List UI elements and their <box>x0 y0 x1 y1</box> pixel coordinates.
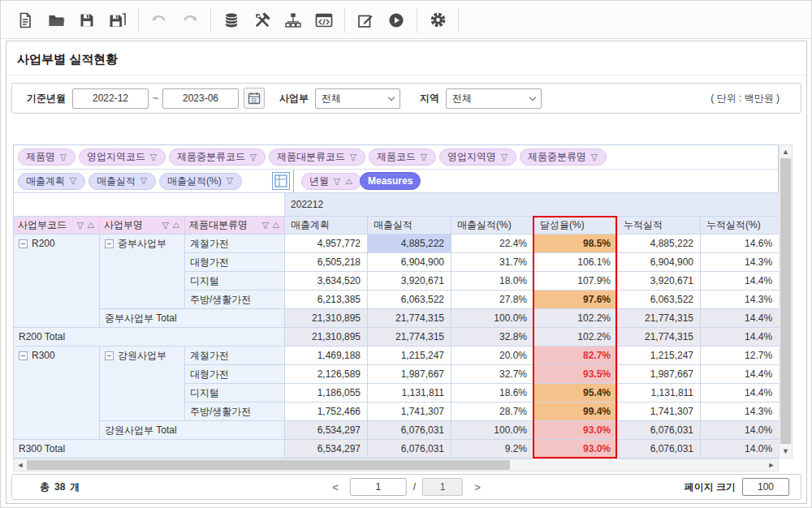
sort-icon[interactable] <box>87 222 95 229</box>
grid-cell[interactable]: 21,310,895 <box>285 328 368 347</box>
grid-cell[interactable]: 4,885,222 <box>368 235 451 253</box>
grid-cell[interactable]: 9.2% <box>451 440 534 458</box>
grid-cell[interactable]: 1,215,247 <box>618 347 701 365</box>
grid-cell[interactable]: 1,131,811 <box>368 384 451 403</box>
grid-cell[interactable]: 12.7% <box>701 347 780 365</box>
column-chip-yearmonth[interactable]: 년월 <box>301 173 361 190</box>
new-document-icon[interactable] <box>10 6 41 35</box>
grid-cell[interactable]: 14.4% <box>701 365 780 384</box>
period-header[interactable]: 202212 <box>285 193 780 217</box>
row-label-cell[interactable]: 디지털 <box>185 272 285 291</box>
row-label-cell[interactable]: 대형가전 <box>185 253 285 272</box>
grid-cell[interactable]: 3,920,671 <box>368 272 451 291</box>
grid-cell[interactable]: 6,904,900 <box>618 253 701 272</box>
row-label-cell[interactable]: R300 <box>14 347 100 440</box>
row-label-cell[interactable]: 대형가전 <box>185 365 285 384</box>
filter-funnel-icon[interactable] <box>590 153 598 161</box>
grid-cell[interactable]: 82.7% <box>534 347 618 365</box>
grid-cell[interactable]: 6,213,385 <box>285 291 368 309</box>
grid-cell[interactable]: 14.4% <box>701 384 780 403</box>
value-header[interactable]: 달성율(%) <box>534 217 618 235</box>
date-from-input[interactable] <box>72 88 149 109</box>
row-header[interactable]: 사업부명 <box>100 217 185 235</box>
grid-cell[interactable]: 28.7% <box>451 403 534 421</box>
grid-cell[interactable]: 21,774,315 <box>618 309 701 328</box>
filter-funnel-icon[interactable] <box>420 153 428 161</box>
grid-cell[interactable]: 3,920,671 <box>618 272 701 291</box>
save-all-icon[interactable] <box>102 6 133 35</box>
filter-funnel-icon[interactable] <box>261 222 270 230</box>
grid-cell[interactable]: 1,752,466 <box>285 403 368 421</box>
filter-funnel-icon[interactable] <box>349 153 357 161</box>
grid-cell[interactable]: 6,076,031 <box>368 440 451 458</box>
grid-cell[interactable]: 3,634,520 <box>285 272 368 291</box>
grid-cell[interactable]: 14.0% <box>701 421 780 440</box>
grid-cell[interactable]: 6,076,031 <box>368 421 451 440</box>
vertical-scrollbar[interactable]: ▲ ▼ <box>779 144 793 458</box>
collapse-icon[interactable] <box>19 351 28 360</box>
grid-cell[interactable]: 14.3% <box>701 253 780 272</box>
row-label-cell[interactable]: 중부사업부 <box>100 235 185 309</box>
total-label-cell[interactable]: R300 Total <box>14 440 285 458</box>
grid-cell[interactable]: 6,076,031 <box>618 440 701 458</box>
grid-cell[interactable]: 4,957,772 <box>285 235 368 253</box>
grid-cell[interactable]: 1,741,307 <box>618 403 701 421</box>
grid-cell[interactable]: 97.6% <box>534 291 618 309</box>
division-select[interactable]: 전체 <box>315 88 400 109</box>
grid-cell[interactable]: 107.9% <box>534 272 618 291</box>
grid-cell[interactable]: 93.0% <box>534 421 618 440</box>
database-icon[interactable] <box>216 6 247 35</box>
grid-cell[interactable]: 1,987,667 <box>618 365 701 384</box>
filter-funnel-icon[interactable] <box>59 153 67 161</box>
grid-cell[interactable]: 102.2% <box>534 309 618 328</box>
row-header[interactable]: 사업부코드 <box>14 217 100 235</box>
grid-cell[interactable]: 21,774,315 <box>618 328 701 347</box>
grid-cell[interactable]: 6,076,031 <box>618 421 701 440</box>
grid-cell[interactable]: 14.0% <box>701 440 780 458</box>
scroll-down-icon[interactable]: ▼ <box>780 446 792 457</box>
grid-cell[interactable]: 99.4% <box>534 403 618 421</box>
grid-cell[interactable]: 31.7% <box>451 253 534 272</box>
measure-chip[interactable]: 매출실적 <box>89 173 156 190</box>
measure-chip[interactable]: 매출실적(%) <box>159 173 242 190</box>
scroll-right-icon[interactable]: ► <box>766 459 777 471</box>
grid-cell[interactable]: 32.7% <box>451 365 534 384</box>
value-header[interactable]: 매출계획 <box>285 217 368 235</box>
dimension-chip[interactable]: 영업지역코드 <box>79 149 166 166</box>
value-header[interactable]: 매출실적(%) <box>451 217 534 235</box>
measure-chip[interactable]: 매출계획 <box>18 173 85 190</box>
grid-cell[interactable]: 6,904,900 <box>368 253 451 272</box>
grid-cell[interactable]: 14.6% <box>701 235 780 253</box>
code-editor-icon[interactable] <box>309 6 339 35</box>
grid-cell[interactable]: 98.5% <box>534 235 618 253</box>
collapse-icon[interactable] <box>105 351 114 360</box>
scroll-up-icon[interactable]: ▲ <box>780 146 792 157</box>
filter-funnel-icon[interactable] <box>149 153 158 161</box>
hierarchy-icon[interactable] <box>278 6 309 35</box>
scroll-left-icon[interactable]: ◄ <box>15 459 26 471</box>
grid-cell[interactable]: 1,131,811 <box>618 384 701 403</box>
total-label-cell[interactable]: R200 Total <box>14 328 285 347</box>
measures-chip[interactable]: Measures <box>360 172 421 190</box>
undo-icon[interactable] <box>144 6 175 35</box>
grid-cell[interactable]: 1,741,307 <box>368 403 451 421</box>
grid-cell[interactable]: 14.4% <box>701 272 780 291</box>
filter-funnel-icon[interactable] <box>333 178 341 186</box>
row-label-cell[interactable]: 주방/생활가전 <box>185 291 285 309</box>
filter-funnel-icon[interactable] <box>76 222 84 230</box>
filter-funnel-icon[interactable] <box>226 177 234 185</box>
sort-icon[interactable] <box>272 222 280 229</box>
grid-cell[interactable]: 93.0% <box>534 440 618 458</box>
grid-cell[interactable]: 6,534,297 <box>285 421 368 440</box>
collapse-icon[interactable] <box>19 239 28 248</box>
row-label-cell[interactable]: R200 <box>14 235 100 328</box>
dimension-chip[interactable]: 영업지역명 <box>439 149 516 166</box>
settings-icon[interactable] <box>422 6 453 35</box>
dimension-chip[interactable]: 제품코드 <box>369 149 436 166</box>
grid-cell[interactable]: 32.8% <box>451 328 534 347</box>
grid-cell[interactable]: 6,063,522 <box>368 291 451 309</box>
save-icon[interactable] <box>71 6 102 35</box>
calendar-icon[interactable] <box>244 88 265 109</box>
grid-cell[interactable]: 6,063,522 <box>618 291 701 309</box>
row-label-cell[interactable]: 계절가전 <box>185 347 285 365</box>
